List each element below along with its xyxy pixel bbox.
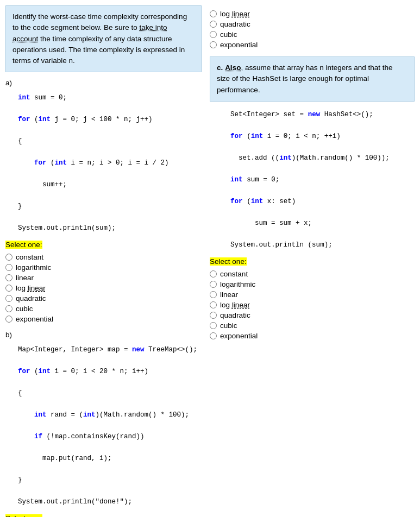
radio-c-constant[interactable] [210,270,217,278]
option-c-constant[interactable]: constant [210,270,415,278]
options-list-c: constant logarithmic linear log linear q… [210,270,415,340]
section-c-box: c. Also, assume that array has n integer… [210,56,415,102]
section-c-label: c. Also, assume that array has n integer… [217,64,392,94]
radio-a-cubic[interactable] [5,305,12,312]
option-c-exponential[interactable]: exponential [210,332,415,340]
option-c-log-linear[interactable]: log linear [210,301,415,309]
radio-top-log-linear[interactable] [210,10,217,17]
radio-top-exponential[interactable] [210,41,217,48]
radio-c-quadratic[interactable] [210,312,217,319]
option-c-logarithmic[interactable]: logarithmic [210,280,415,288]
option-a-linear[interactable]: linear [5,274,202,282]
option-top-quadratic[interactable]: quadratic [210,20,415,28]
options-list-a: constant logarithmic linear log linear q… [5,253,202,323]
radio-c-linear[interactable] [210,291,217,298]
select-label-b: Select one: [5,514,202,517]
radio-c-exponential[interactable] [210,332,217,339]
radio-a-linear[interactable] [5,274,12,281]
radio-a-logarithmic[interactable] [5,264,12,271]
radio-a-constant[interactable] [5,254,12,261]
radio-top-cubic[interactable] [210,31,217,38]
radio-a-log-linear[interactable] [5,285,12,292]
radio-c-cubic[interactable] [210,322,217,329]
radio-a-quadratic[interactable] [5,295,12,302]
question-intro-box: Identify the worst-case time complexity … [5,5,202,72]
select-label-c: Select one: [210,257,415,270]
option-a-logarithmic[interactable]: logarithmic [5,263,202,272]
option-a-constant[interactable]: constant [5,253,202,261]
radio-a-exponential[interactable] [5,316,12,323]
option-a-cubic[interactable]: cubic [5,305,202,313]
option-top-cubic[interactable]: cubic [210,30,415,39]
underline-phrase: take into account [12,23,167,42]
option-a-quadratic[interactable]: quadratic [5,294,202,302]
section-a-label: a) [5,79,202,87]
code-block-b: Map<Integer, Integer> map = new TreeMap<… [5,342,202,509]
option-c-quadratic[interactable]: quadratic [210,311,415,319]
question-intro-text: Identify the worst-case time complexity … [12,12,187,65]
right-top-options: log linear quadratic cubic exponential [210,10,415,49]
select-label-a: Select one: [5,240,202,253]
radio-c-logarithmic[interactable] [210,281,217,288]
option-a-exponential[interactable]: exponential [5,315,202,323]
option-top-exponential[interactable]: exponential [210,41,415,49]
option-a-log-linear[interactable]: log linear [5,284,202,292]
section-b-label: b) [5,331,202,339]
radio-top-quadratic[interactable] [210,21,217,28]
radio-c-log-linear[interactable] [210,301,217,308]
option-c-linear[interactable]: linear [210,291,415,299]
code-block-a: int sum = 0; for (int j = 0; j < 100 * n… [5,90,202,236]
option-top-log-linear[interactable]: log linear [210,10,415,18]
option-c-cubic[interactable]: cubic [210,321,415,330]
code-block-c: Set<Integer> set = new HashSet<>(); for … [210,107,415,253]
